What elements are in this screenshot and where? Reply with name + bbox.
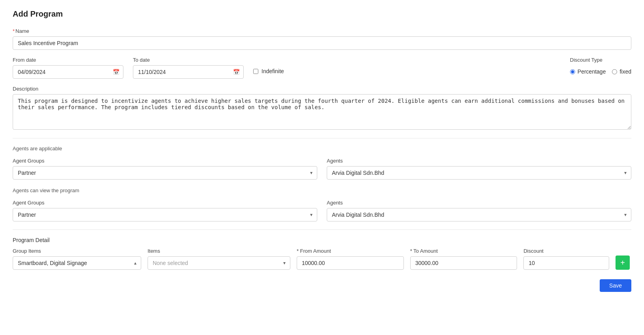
save-button[interactable]: Save <box>600 279 631 292</box>
percentage-radio-label[interactable]: Percentage <box>570 68 606 75</box>
agents-select-2[interactable]: Arvia Digital Sdn.Bhd <box>327 208 631 221</box>
name-label: *Name <box>13 28 631 34</box>
discount-type-label: Discount Type <box>570 57 631 63</box>
page-title: Add Program <box>13 9 631 19</box>
indefinite-checkbox-label[interactable]: Indefinite <box>253 68 284 74</box>
name-input[interactable] <box>13 36 631 50</box>
discount-label: Discount <box>523 248 609 254</box>
indefinite-checkbox[interactable] <box>253 69 258 74</box>
agent-groups-label-2: Agent Groups <box>13 200 317 206</box>
group-items-label: Group Items <box>13 248 141 254</box>
percentage-radio[interactable] <box>570 69 575 74</box>
add-button[interactable]: + <box>616 256 630 270</box>
to-date-input[interactable] <box>133 65 244 79</box>
agents-label-1: Agents <box>327 158 631 164</box>
from-amount-label: * From Amount <box>297 248 404 254</box>
discount-input[interactable] <box>523 256 609 270</box>
agents-applicable-label: Agents are applicable <box>13 146 631 151</box>
agents-select-1[interactable]: Arvia Digital Sdn.Bhd <box>327 166 631 180</box>
from-date-label: From date <box>13 57 123 63</box>
agent-groups-label-1: Agent Groups <box>13 158 317 164</box>
to-amount-input[interactable] <box>410 256 517 270</box>
description-label: Description <box>13 86 631 92</box>
agents-can-view-label: Agents can view the program <box>13 187 631 193</box>
program-detail-label: Program Detail <box>13 237 631 243</box>
items-label: Items <box>148 248 290 254</box>
from-amount-input[interactable] <box>297 256 404 270</box>
items-select[interactable]: None selected <box>148 256 290 270</box>
fixed-radio[interactable] <box>612 69 617 74</box>
agent-groups-select-2[interactable]: Partner <box>13 208 317 221</box>
agent-groups-select-1[interactable]: Partner <box>13 166 317 180</box>
to-date-label: To date <box>133 57 244 63</box>
group-items-select[interactable]: Smartboard, Digital Signage <box>13 256 141 270</box>
agents-label-2: Agents <box>327 200 631 206</box>
fixed-radio-label[interactable]: fixed <box>612 68 631 75</box>
description-textarea[interactable]: This program is designed to incentivize … <box>13 94 631 130</box>
to-amount-label: * To Amount <box>410 248 517 254</box>
from-date-input[interactable] <box>13 65 123 79</box>
